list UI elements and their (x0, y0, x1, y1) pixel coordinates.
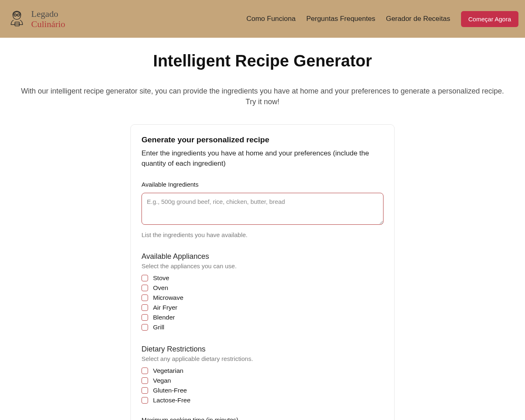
appliance-checkbox-stove[interactable] (142, 275, 148, 281)
appliance-label: Air Fryer (153, 304, 177, 311)
appliance-label: Microwave (153, 294, 183, 301)
brand-line2: Culinário (31, 19, 65, 29)
nav-link-how-it-works[interactable]: Como Funciona (247, 15, 296, 23)
page-description: With our intelligent recipe generator si… (21, 86, 504, 107)
grandma-chef-logo-icon (7, 9, 27, 29)
appliance-option[interactable]: Oven (142, 284, 383, 292)
appliances-options: Stove Oven Microwave Air Fryer Blender (142, 274, 383, 331)
restrictions-title: Dietary Restrictions (142, 345, 383, 354)
field-max-time: Maximum cooking time (in minutes) (142, 416, 383, 420)
svg-point-1 (14, 14, 16, 16)
svg-point-2 (17, 14, 19, 16)
restriction-label: Lactose-Free (153, 397, 190, 404)
ingredients-label: Available Ingredients (142, 181, 383, 188)
restriction-option[interactable]: Gluten-Free (142, 387, 383, 394)
page-title: Intelligent Recipe Generator (7, 52, 518, 70)
restriction-option[interactable]: Lactose-Free (142, 397, 383, 404)
start-now-button[interactable]: Começar Agora (461, 11, 518, 27)
restriction-checkbox-vegetarian[interactable] (142, 368, 148, 374)
page-main: Intelligent Recipe Generator With our in… (0, 38, 525, 420)
restriction-option[interactable]: Vegan (142, 377, 383, 384)
restriction-label: Vegan (153, 377, 171, 384)
appliance-option[interactable]: Blender (142, 314, 383, 321)
appliance-checkbox-air-fryer[interactable] (142, 304, 148, 311)
appliance-checkbox-oven[interactable] (142, 285, 148, 291)
nav-brand[interactable]: Legado Culinário (7, 9, 65, 30)
appliance-label: Stove (153, 274, 169, 282)
ingredients-hint: List the ingredients you have available. (142, 231, 383, 238)
appliance-option[interactable]: Air Fryer (142, 304, 383, 311)
appliance-label: Oven (153, 284, 168, 292)
restrictions-options: Vegetarian Vegan Gluten-Free Lactose-Fre… (142, 367, 383, 404)
appliance-checkbox-microwave[interactable] (142, 294, 148, 301)
nav-links: Como Funciona Perguntas Frequentes Gerad… (247, 11, 518, 27)
appliance-option[interactable]: Grill (142, 324, 383, 331)
appliances-title: Available Appliances (142, 252, 383, 261)
nav-link-recipe-gen[interactable]: Gerador de Receitas (386, 15, 450, 23)
restriction-label: Vegetarian (153, 367, 183, 374)
restrictions-subtitle: Select any applicable dietary restrictio… (142, 355, 383, 362)
nav-link-faq[interactable]: Perguntas Frequentes (306, 15, 375, 23)
ingredients-input[interactable] (142, 193, 383, 225)
restriction-option[interactable]: Vegetarian (142, 367, 383, 374)
appliance-checkbox-grill[interactable] (142, 324, 148, 331)
navbar: Legado Culinário Como Funciona Perguntas… (0, 0, 525, 38)
appliance-label: Grill (153, 324, 164, 331)
field-ingredients: Available Ingredients List the ingredien… (142, 181, 383, 238)
card-subtitle: Enter the ingredients you have at home a… (142, 148, 383, 169)
recipe-form-card: Generate your personalized recipe Enter … (130, 124, 395, 420)
card-title: Generate your personalized recipe (142, 135, 383, 144)
brand-text: Legado Culinário (31, 9, 65, 30)
appliance-option[interactable]: Stove (142, 274, 383, 282)
appliances-subtitle: Select the appliances you can use. (142, 262, 383, 269)
restriction-checkbox-vegan[interactable] (142, 377, 148, 384)
restriction-checkbox-gluten-free[interactable] (142, 387, 148, 394)
appliance-checkbox-blender[interactable] (142, 314, 148, 321)
brand-line1: Legado (31, 9, 65, 19)
appliance-option[interactable]: Microwave (142, 294, 383, 301)
restriction-label: Gluten-Free (153, 387, 187, 394)
restriction-checkbox-lactose-free[interactable] (142, 397, 148, 404)
max-time-label: Maximum cooking time (in minutes) (142, 416, 383, 420)
appliance-label: Blender (153, 314, 175, 321)
